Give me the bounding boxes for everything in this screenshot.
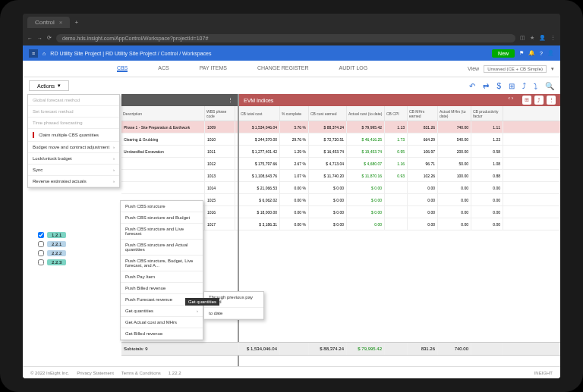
- view-select[interactable]: Unsaved (CE + CB Simple): [484, 65, 547, 73]
- col-header[interactable]: Actual cost (to date): [347, 106, 385, 121]
- tab-cbs[interactable]: CBS: [117, 65, 128, 72]
- flag-icon[interactable]: ⚑: [519, 50, 524, 56]
- tab-audit-log[interactable]: AUDIT LOG: [339, 65, 368, 72]
- profile-icon[interactable]: 👤: [539, 35, 546, 41]
- col-header[interactable]: CB CPI: [385, 106, 408, 121]
- toolbar: Actions▾ ↶ ⇄ $ ⊞ ⤴ ⤵ 🔍: [23, 77, 560, 94]
- submenu-item[interactable]: to date: [204, 308, 263, 319]
- table-row[interactable]: $ 3,186.310.00 %$ 0.000.000.000.000.00: [239, 218, 560, 230]
- table-row[interactable]: $ 6,062.020.00 %$ 0.00$ 0.000.000.000.00: [239, 194, 560, 206]
- table-row[interactable]: $ 1,277,401.421.29 %$ 16,453.74$ 19,453.…: [239, 146, 560, 158]
- table-row[interactable]: $ 244,570.0029.76 %$ 72,720.51$ 46,416.2…: [239, 133, 560, 146]
- checkbox[interactable]: [38, 232, 44, 238]
- table-row[interactable]: 1013: [121, 170, 238, 182]
- submenu-item[interactable]: Push CBS structure and Actual quantities: [121, 240, 203, 256]
- col-header[interactable]: CB total cost: [239, 106, 280, 121]
- tree-icon[interactable]: ⊞: [509, 82, 515, 90]
- tab-acs[interactable]: ACS: [158, 65, 169, 72]
- hamburger-icon[interactable]: ≡: [29, 49, 38, 58]
- copyright: © 2022 InEight Inc.: [30, 371, 69, 375]
- user-icon[interactable]: 👤: [547, 50, 554, 56]
- submenu-item[interactable]: Push CBS structure, Budget, Live forecas…: [121, 256, 203, 271]
- actions-button[interactable]: Actions▾: [29, 80, 69, 91]
- cell: 102.26: [408, 170, 438, 181]
- cell: 1.07 %: [280, 170, 309, 181]
- table-row[interactable]: 1012: [121, 158, 238, 170]
- table-row[interactable]: Clearing & Grubbing1010: [121, 133, 238, 146]
- back-icon[interactable]: ←: [27, 36, 33, 41]
- col-header[interactable]: CB productivity factor: [471, 106, 503, 121]
- forward-icon[interactable]: →: [37, 36, 43, 41]
- table-row[interactable]: $ 21,066.530.00 %$ 0.00$ 0.000.000.000.0…: [239, 182, 560, 194]
- tab-change-register[interactable]: CHANGE REGISTER: [257, 65, 309, 72]
- tree-row[interactable]: 2.2.2: [35, 249, 121, 258]
- submenu-item[interactable]: Push CBS structure and Budget: [121, 212, 203, 224]
- submenu-item[interactable]: Get Billed revenue: [121, 328, 203, 340]
- home-icon[interactable]: ⌂: [43, 51, 46, 56]
- more-icon[interactable]: ⋮: [228, 97, 233, 103]
- bookmark-icon[interactable]: ★: [530, 35, 534, 41]
- help-icon[interactable]: ?: [540, 51, 543, 56]
- import-icon[interactable]: ⤵: [534, 82, 537, 90]
- table-row[interactable]: Phase 1 - Site Preparation & Earthwork10…: [121, 121, 238, 133]
- tree-row[interactable]: 2.2.1: [35, 240, 121, 249]
- col-header[interactable]: % complete: [280, 106, 309, 121]
- table-row[interactable]: $ 1,108,643.761.07 %$ 11,740.20$ 11,870.…: [239, 170, 560, 182]
- more-icon[interactable]: ⋮: [547, 96, 556, 105]
- col-header[interactable]: Actual MHrs (to date): [438, 106, 471, 121]
- menu-item[interactable]: Reverse estimated actuals: [28, 176, 119, 187]
- submenu-item[interactable]: Push CBS structure and Live forecast: [121, 224, 203, 240]
- tab-pay-items[interactable]: PAY ITEMS: [200, 65, 227, 72]
- collapse-icon[interactable]: ‹ ›: [508, 96, 513, 105]
- dropdown-icon[interactable]: ▾: [551, 66, 554, 72]
- tree-row[interactable]: 1.2.1: [35, 230, 121, 240]
- col-header[interactable]: CB MHrs earned: [408, 106, 438, 121]
- export-icon[interactable]: ⤴: [534, 96, 544, 105]
- menu-item[interactable]: Sync: [28, 165, 119, 176]
- checkbox[interactable]: [38, 259, 44, 265]
- export-icon[interactable]: ⤴: [522, 82, 526, 90]
- breadcrumb[interactable]: RD Utility Site Project | RD Utility Sit…: [50, 51, 211, 56]
- col-header[interactable]: CB cost earned: [309, 106, 347, 121]
- undo-icon[interactable]: ↶: [469, 82, 475, 90]
- submenu-item[interactable]: Push Pay Item: [121, 271, 203, 283]
- cell: 1.29 %: [280, 146, 309, 157]
- table-row[interactable]: $ 18,000.000.00 %$ 0.00$ 0.000.000.000.0…: [239, 206, 560, 218]
- menu-item[interactable]: Budget move and contract adjustment: [28, 142, 119, 153]
- link-icon[interactable]: ⇄: [483, 82, 489, 90]
- grid-icon[interactable]: ⊞: [522, 96, 531, 105]
- reload-icon[interactable]: ⟳: [47, 35, 52, 41]
- submenu-item[interactable]: Push Billed revenue: [121, 283, 203, 294]
- table-row[interactable]: Unclassified Excavation1011: [121, 146, 238, 158]
- search-icon[interactable]: 🔍: [545, 82, 554, 90]
- cell: $ 1,108,643.76: [239, 170, 280, 181]
- terms-link[interactable]: Terms & Conditions: [121, 371, 161, 375]
- cell: $ 0.00: [309, 194, 347, 205]
- extension-icon[interactable]: ◫: [520, 35, 525, 41]
- browser-tab[interactable]: Control ×: [27, 17, 70, 28]
- col-header[interactable]: WBS phase code: [205, 106, 235, 121]
- dollar-icon[interactable]: $: [496, 82, 501, 90]
- close-icon[interactable]: ×: [59, 19, 63, 26]
- menu-item[interactable]: Claim multiple CBS quantities: [28, 129, 119, 142]
- submenu-item[interactable]: Get Actual cost and MHrs: [121, 317, 203, 328]
- submenu-item[interactable]: Push CBS structure: [121, 201, 203, 212]
- col-header[interactable]: Description: [121, 106, 205, 121]
- submenu-item[interactable]: Get quantities: [121, 306, 203, 317]
- table-row[interactable]: 1014: [121, 182, 238, 194]
- table-row[interactable]: $ 175,797.662.67 %$ 4,713.04$ 4,680.071.…: [239, 158, 560, 170]
- menu-icon[interactable]: ⋮: [550, 35, 556, 41]
- checkbox[interactable]: [38, 241, 44, 247]
- checkbox[interactable]: [38, 250, 44, 256]
- new-tab-icon[interactable]: +: [74, 19, 78, 26]
- tab-title: Control: [35, 19, 55, 26]
- tree-row[interactable]: 2.2.3: [35, 258, 121, 267]
- url-input[interactable]: demo.hds.insight.com/AppControl/Workspac…: [56, 34, 515, 42]
- cell: 0.00 %: [280, 218, 309, 230]
- new-button[interactable]: New: [492, 49, 515, 58]
- menu-item[interactable]: Lock/unlock budget: [28, 153, 119, 165]
- bell-icon[interactable]: 🔔: [528, 50, 535, 56]
- cell: 0.00: [438, 182, 471, 193]
- privacy-link[interactable]: Privacy Statement: [77, 371, 114, 375]
- table-row[interactable]: $ 1,534,046.045.76 %$ 88,374.24$ 79,995.…: [239, 121, 560, 133]
